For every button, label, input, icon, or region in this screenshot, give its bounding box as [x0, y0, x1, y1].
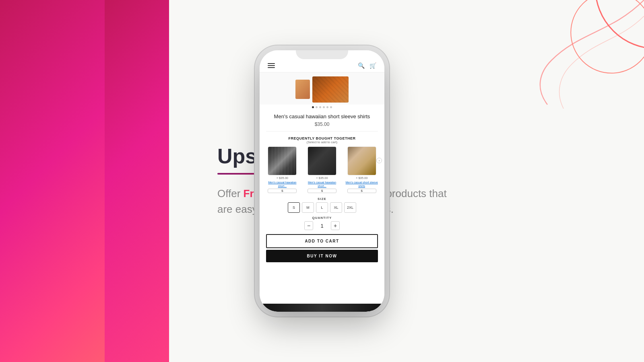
size-XL[interactable]: XL	[330, 202, 342, 213]
product-thumbnail-main	[312, 76, 349, 103]
fbt-name-1: Men's casual hawaiian short...	[264, 181, 301, 188]
quantity-control: − 1 +	[266, 221, 378, 230]
quantity-value: 1	[319, 223, 325, 229]
fbt-products: + $35.00 Men's casual hawaiian short... …	[264, 146, 380, 193]
fbt-name-2: Men's casual hawaiian short...	[303, 181, 341, 188]
fbt-name-3: Men's casual short sleeve shirts	[343, 181, 380, 188]
fbt-title: FREQUENTLY BOUGHT TOGETHER	[264, 136, 380, 140]
product-price: $35.00	[266, 121, 378, 127]
size-M[interactable]: M	[302, 202, 314, 213]
fbt-price-2: + $35.00	[316, 176, 328, 180]
add-to-cart-button[interactable]: ADD TO CART	[266, 234, 378, 248]
fbt-next-button[interactable]: ›	[376, 158, 382, 163]
fbt-image-2	[308, 146, 336, 175]
buy-now-button[interactable]: BUY IT NOW	[266, 250, 378, 262]
hamburger-icon[interactable]	[268, 63, 275, 68]
image-dots	[260, 105, 384, 110]
fbt-size-select-3[interactable]: SML	[347, 189, 376, 193]
fbt-image-3	[347, 146, 376, 175]
phone-notch	[296, 50, 348, 59]
fbt-product-1[interactable]: + $35.00 Men's casual hawaiian short... …	[264, 146, 301, 193]
dot-2[interactable]	[316, 106, 318, 108]
size-label: SIZE	[266, 197, 378, 201]
fbt-section: FREQUENTLY BOUGHT TOGETHER (Select to ad…	[260, 134, 384, 195]
decorative-curves	[531, 0, 644, 113]
fbt-size-select-1[interactable]: SML	[268, 189, 297, 193]
phone-bottom-bar	[260, 304, 384, 312]
fbt-price-3: + $35.00	[356, 176, 367, 180]
divider	[266, 131, 378, 132]
phone-mockup: 🔍 🛒 Men's casual hawaiian short s	[260, 50, 384, 312]
product-info: Men's casual hawaiian short sleeve shirt…	[260, 110, 384, 129]
fbt-product-3[interactable]: + $35.00 Men's casual short sleeve shirt…	[343, 146, 380, 193]
dot-6[interactable]	[330, 106, 332, 108]
product-title: Men's casual hawaiian short sleeve shirt…	[266, 113, 378, 120]
size-S[interactable]: S	[288, 202, 300, 213]
dot-3[interactable]	[319, 106, 321, 108]
dot-4[interactable]	[323, 106, 325, 108]
header-icons: 🔍 🛒	[358, 62, 376, 69]
quantity-increase[interactable]: +	[331, 221, 340, 230]
fbt-subtitle: (Select to add to cart)	[264, 140, 380, 144]
fbt-image-1	[268, 146, 297, 175]
left-panel	[0, 0, 169, 362]
quantity-decrease[interactable]: −	[304, 221, 313, 230]
fbt-product-2[interactable]: + $35.00 Men's casual hawaiian short... …	[303, 146, 341, 193]
dot-1[interactable]	[312, 106, 314, 108]
fbt-price-1: + $35.00	[277, 176, 288, 180]
quantity-label: QUANTITY	[266, 216, 378, 220]
fbt-size-select-2[interactable]: SML	[308, 189, 336, 193]
product-images	[260, 72, 384, 105]
phone-screen: 🔍 🛒 Men's casual hawaiian short s	[260, 50, 384, 312]
dot-5[interactable]	[326, 106, 328, 108]
size-section: SIZE S M L XL 2XL	[260, 195, 384, 214]
phone-frame: 🔍 🛒 Men's casual hawaiian short s	[260, 50, 384, 312]
size-2XL[interactable]: 2XL	[344, 202, 356, 213]
cart-icon[interactable]: 🛒	[369, 62, 376, 69]
search-icon[interactable]: 🔍	[358, 62, 365, 69]
product-thumbnail-small	[295, 80, 310, 99]
size-L[interactable]: L	[316, 202, 328, 213]
quantity-section: QUANTITY − 1 +	[260, 214, 384, 232]
sub-text-plain: Offer	[217, 187, 244, 200]
right-panel: Upsell On Mobile Offer Frequently Bought…	[169, 0, 644, 362]
size-options: S M L XL 2XL	[266, 202, 378, 213]
